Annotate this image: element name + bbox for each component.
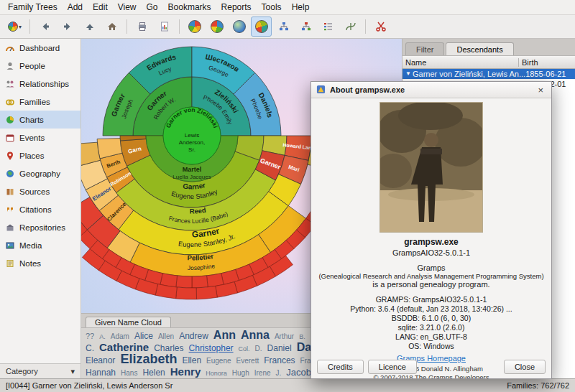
version-info-line: Python: 3.6.4 (default, Jan 23 2018, 13:… — [311, 304, 551, 314]
name-cloud-word[interactable]: A. — [99, 333, 106, 340]
name-cloud-word[interactable]: B. — [299, 333, 305, 340]
sidebar-item-events[interactable]: Events — [0, 129, 80, 146]
name-cloud-word[interactable]: Charles — [154, 343, 183, 353]
pedigree-view-button[interactable] — [273, 17, 294, 37]
menu-bookmarks[interactable]: Bookmarks — [163, 1, 216, 14]
sidebar-item-repositories[interactable]: Repositories — [0, 218, 80, 236]
credits-button[interactable]: Credits — [317, 360, 364, 374]
name-cloud-word[interactable]: C. — [86, 343, 94, 353]
name-cloud-word[interactable]: Frances — [264, 355, 295, 365]
name-cloud-word[interactable]: Honora — [206, 370, 227, 377]
sidebar-item-families[interactable]: Families — [0, 93, 80, 111]
sidebar-item-geography[interactable]: Geography — [0, 164, 80, 182]
status-families-count: Families: 762/762 — [507, 381, 569, 390]
name-cloud-word[interactable]: Ann — [213, 329, 236, 341]
category-selector[interactable]: Category ▾ — [0, 363, 80, 378]
dialog-app-name: grampsw.exe — [311, 237, 551, 247]
home-button[interactable] — [101, 17, 122, 37]
two-way-fan-view-button[interactable] — [251, 17, 272, 37]
expander-icon[interactable]: ▼ — [404, 69, 413, 79]
sidebar-item-citations[interactable]: Citations — [0, 200, 80, 218]
sidebar-item-places[interactable]: Places — [0, 146, 80, 164]
sidebar-item-notes[interactable]: Notes — [0, 254, 80, 272]
table-row[interactable]: ▼Garner von Zieliński, Lewis An...1855-0… — [402, 69, 575, 79]
menu-edit[interactable]: Edit — [88, 1, 113, 14]
print-button[interactable] — [132, 17, 152, 37]
forward-button[interactable] — [57, 17, 78, 37]
name-cloud-word[interactable]: Jacob — [286, 367, 311, 378]
sidebar-item-label: Events — [19, 134, 45, 142]
name-cloud-word[interactable]: Andrew — [179, 331, 208, 341]
relationship-chart-view-button[interactable] — [295, 17, 316, 37]
name-cloud-word[interactable]: ?? — [86, 332, 94, 340]
globe-view-icon — [233, 20, 246, 33]
column-header-name[interactable]: Name — [402, 58, 519, 67]
name-cloud-word[interactable]: Allen — [158, 332, 174, 340]
sidebar-item-label: Families — [19, 98, 50, 106]
full-circle-fan-view-icon — [211, 20, 224, 33]
dialog-tagline: is a personal genealogy program. — [311, 280, 551, 289]
view-configure-button[interactable]: ▾ — [4, 17, 25, 37]
name-cloud-word[interactable]: Adam — [111, 332, 129, 340]
sidebar-item-label: Geography — [19, 169, 60, 178]
sidebar-item-relationships[interactable]: Relationships — [0, 75, 80, 93]
name-cloud-word[interactable]: Hannah — [86, 368, 116, 378]
name-cloud-word[interactable]: Ellen — [182, 355, 201, 365]
globe-view-button[interactable] — [229, 17, 249, 37]
name-cloud-word[interactable]: Anna — [241, 329, 270, 341]
dialog-close-button[interactable]: × — [535, 85, 546, 95]
licence-button[interactable]: Licence — [368, 360, 417, 374]
toolbar-separator — [29, 19, 30, 34]
tab-descendants[interactable]: Descendants — [446, 42, 513, 55]
menu-go[interactable]: Go — [142, 1, 163, 14]
menu-tools[interactable]: Tools — [257, 1, 287, 14]
back-button[interactable] — [34, 17, 55, 37]
menu-view[interactable]: View — [113, 1, 142, 14]
name-cloud-word[interactable]: J. — [276, 369, 282, 377]
name-cloud-word[interactable]: Eugene — [206, 357, 231, 365]
sidebar-item-people[interactable]: People — [0, 57, 80, 75]
full-circle-fan-view-button[interactable] — [206, 17, 227, 37]
name-cloud-word[interactable]: Hugh — [232, 369, 249, 377]
name-cloud-word[interactable]: Helen — [142, 368, 165, 378]
up-button[interactable] — [79, 17, 100, 37]
name-cloud-word[interactable]: D. — [255, 345, 262, 353]
sidebar-item-charts[interactable]: Charts — [0, 111, 80, 129]
sidebar-item-sources[interactable]: Sources — [0, 182, 80, 200]
reports-icon — [159, 21, 170, 32]
about-dialog: About grampsw.exe × gramp — [310, 81, 552, 379]
name-cloud-word[interactable]: Eleanor — [86, 355, 115, 365]
name-cloud-word[interactable]: Hans — [121, 369, 137, 377]
reports-button[interactable] — [154, 17, 175, 37]
sidebar-item-dashboard[interactable]: Dashboard — [0, 39, 80, 57]
close-button[interactable]: Close — [504, 360, 546, 374]
sidebar-item-label: Repositories — [19, 223, 65, 232]
column-header-birth[interactable]: Birth — [519, 58, 575, 67]
fan-segment[interactable] — [192, 276, 208, 288]
menu-help[interactable]: Help — [287, 1, 315, 14]
name-cloud-word[interactable]: Alice — [134, 331, 153, 341]
name-cloud-word[interactable]: Christopher — [189, 343, 234, 353]
descendant-tree-view-button[interactable] — [340, 17, 361, 37]
name-cloud-word[interactable]: Everett — [236, 357, 259, 365]
fan-segment[interactable] — [176, 276, 192, 288]
fan-chart-view-button[interactable] — [184, 17, 205, 37]
gramplet-tab-given-name-cloud[interactable]: Given Name Cloud — [86, 317, 171, 327]
menu-add[interactable]: Add — [63, 1, 88, 14]
name-cloud-word[interactable]: Elizabeth — [120, 353, 177, 365]
name-cloud-word[interactable]: Catherine — [99, 341, 149, 353]
menu-reports[interactable]: Reports — [216, 1, 257, 14]
name-cloud-word[interactable]: Daniel — [267, 343, 292, 353]
tab-filter[interactable]: Filter — [405, 42, 444, 55]
name-cloud-word[interactable]: Irene — [254, 369, 271, 377]
menu-family-trees[interactable]: Family Trees — [3, 1, 63, 14]
clipboard-cut-button[interactable] — [370, 17, 391, 37]
box-list-view-button[interactable] — [318, 17, 339, 37]
fan-segment[interactable] — [196, 286, 217, 299]
name-cloud-word[interactable]: Col. — [239, 345, 250, 353]
sidebar-item-media[interactable]: Media — [0, 236, 80, 254]
fan-segment[interactable] — [176, 287, 197, 299]
name-cloud-word[interactable]: Arthur — [275, 332, 294, 340]
name-cloud-word[interactable]: Henry — [170, 365, 201, 378]
dialog-titlebar[interactable]: About grampsw.exe × — [311, 82, 551, 98]
